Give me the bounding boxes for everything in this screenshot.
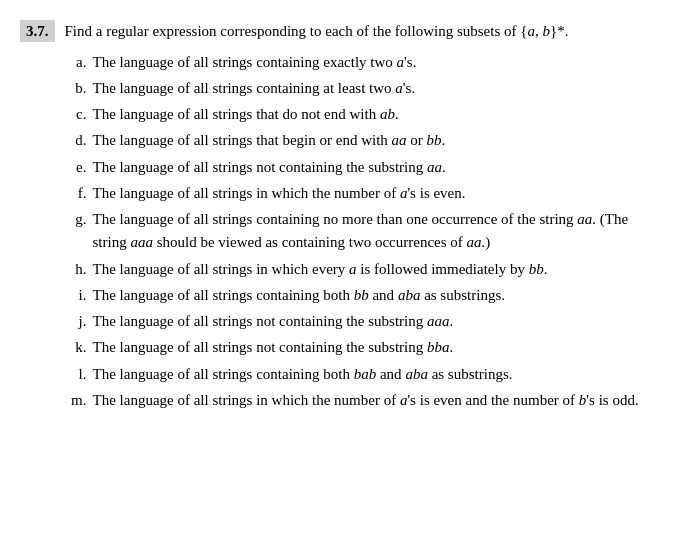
item-label-a: a. [65, 51, 93, 74]
item-text-g: The language of all strings containing n… [93, 208, 650, 255]
item-label-g: g. [65, 208, 93, 255]
list-item: e. The language of all strings not conta… [65, 156, 650, 179]
item-text-m: The language of all strings in which the… [93, 389, 650, 412]
list-item: f. The language of all strings in which … [65, 182, 650, 205]
item-text-k: The language of all strings not containi… [93, 336, 650, 359]
item-text-l: The language of all strings containing b… [93, 363, 650, 386]
item-label-k: k. [65, 336, 93, 359]
item-label-d: d. [65, 129, 93, 152]
item-label-e: e. [65, 156, 93, 179]
list-item: g. The language of all strings containin… [65, 208, 650, 255]
problem-container: 3.7. Find a regular expression correspon… [20, 20, 649, 412]
item-text-j: The language of all strings not containi… [93, 310, 650, 333]
item-label-f: f. [65, 182, 93, 205]
item-text-d: The language of all strings that begin o… [93, 129, 650, 152]
item-text-f: The language of all strings in which the… [93, 182, 650, 205]
list-item: j. The language of all strings not conta… [65, 310, 650, 333]
item-text-i: The language of all strings containing b… [93, 284, 650, 307]
items-list: a. The language of all strings containin… [65, 51, 650, 413]
item-text-e: The language of all strings not containi… [93, 156, 650, 179]
list-item: h. The language of all strings in which … [65, 258, 650, 281]
item-text-h: The language of all strings in which eve… [93, 258, 650, 281]
item-label-l: l. [65, 363, 93, 386]
item-label-i: i. [65, 284, 93, 307]
item-text-b: The language of all strings containing a… [93, 77, 650, 100]
item-text-a: The language of all strings containing e… [93, 51, 650, 74]
problem-content: Find a regular expression corresponding … [65, 20, 650, 412]
list-item: d. The language of all strings that begi… [65, 129, 650, 152]
item-label-m: m. [65, 389, 93, 412]
problem-number: 3.7. [20, 20, 55, 42]
list-item: m. The language of all strings in which … [65, 389, 650, 412]
list-item: b. The language of all strings containin… [65, 77, 650, 100]
item-label-c: c. [65, 103, 93, 126]
list-item: k. The language of all strings not conta… [65, 336, 650, 359]
item-label-b: b. [65, 77, 93, 100]
item-text-c: The language of all strings that do not … [93, 103, 650, 126]
item-label-j: j. [65, 310, 93, 333]
list-item: c. The language of all strings that do n… [65, 103, 650, 126]
item-label-h: h. [65, 258, 93, 281]
list-item: a. The language of all strings containin… [65, 51, 650, 74]
list-item: i. The language of all strings containin… [65, 284, 650, 307]
problem-question: Find a regular expression corresponding … [65, 20, 650, 43]
list-item: l. The language of all strings containin… [65, 363, 650, 386]
